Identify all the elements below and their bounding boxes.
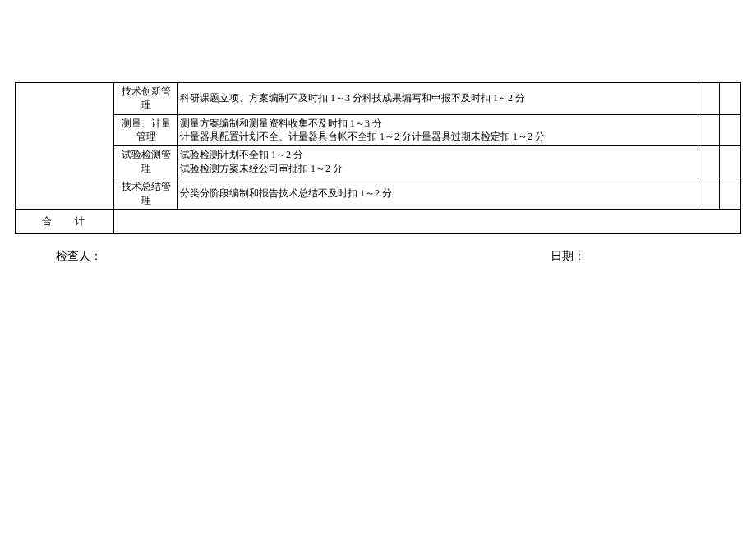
inspector-label: 检查人：	[56, 249, 102, 264]
total-value	[114, 210, 741, 234]
inspection-table: 技术创新管理 科研课题立项、方案编制不及时扣 1～3 分科技成果编写和申报不及时…	[15, 82, 741, 234]
score-cell	[698, 114, 720, 146]
total-row: 合计	[16, 210, 741, 234]
table-row: 测量、计量管理 测量方案编制和测量资料收集不及时扣 1～3 分 计量器具配置计划…	[16, 114, 741, 146]
table-row: 技术创新管理 科研课题立项、方案编制不及时扣 1～3 分科技成果编写和申报不及时…	[16, 83, 741, 115]
table-row: 试验检测管理 试验检测计划不全扣 1～2 分 试验检测方案未经公司审批扣 1～2…	[16, 146, 741, 178]
row-label: 技术创新管理	[114, 83, 178, 115]
date-label: 日期：	[551, 249, 585, 264]
row-desc: 测量方案编制和测量资料收集不及时扣 1～3 分 计量器具配置计划不全、计量器具台…	[178, 114, 698, 146]
row-desc: 科研课题立项、方案编制不及时扣 1～3 分科技成果编写和申报不及时扣 1～2 分	[178, 83, 698, 115]
row-label: 测量、计量管理	[114, 114, 178, 146]
row-desc: 分类分阶段编制和报告技术总结不及时扣 1～2 分	[178, 178, 698, 210]
footer: 检查人： 日期：	[56, 249, 700, 264]
score-cell	[698, 83, 720, 115]
category-cell	[16, 83, 114, 210]
total-label: 合计	[16, 210, 114, 234]
row-desc: 试验检测计划不全扣 1～2 分 试验检测方案未经公司审批扣 1～2 分	[178, 146, 698, 178]
score-cell	[698, 178, 720, 210]
score-cell	[720, 83, 741, 115]
row-label: 试验检测管理	[114, 146, 178, 178]
score-cell	[698, 146, 720, 178]
score-cell	[720, 114, 741, 146]
score-cell	[720, 146, 741, 178]
row-label: 技术总结管理	[114, 178, 178, 210]
table-row: 技术总结管理 分类分阶段编制和报告技术总结不及时扣 1～2 分	[16, 178, 741, 210]
score-cell	[720, 178, 741, 210]
table-container: 技术创新管理 科研课题立项、方案编制不及时扣 1～3 分科技成果编写和申报不及时…	[15, 82, 741, 234]
